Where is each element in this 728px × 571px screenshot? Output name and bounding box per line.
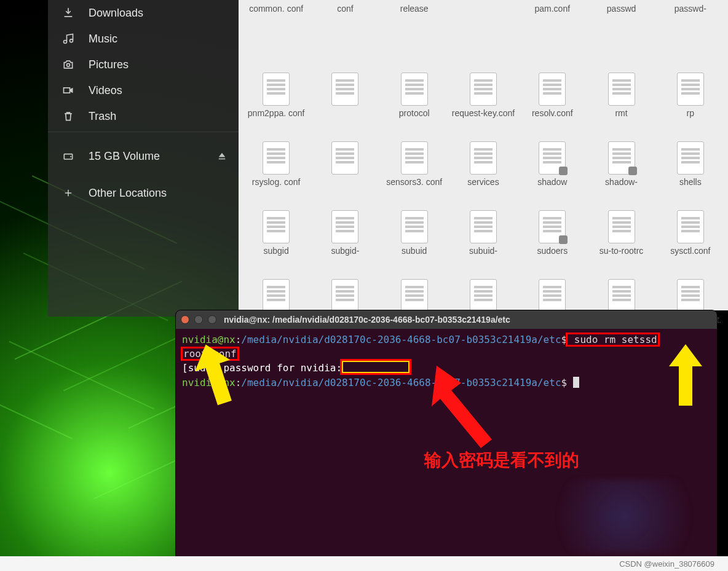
sidebar-item-downloads[interactable]: Downloads [48,0,239,26]
sidebar-item-label: Downloads [89,7,143,20]
window-maximize-button[interactable] [208,315,216,324]
svg-point-0 [67,63,70,66]
file-item[interactable]: subgid [242,207,310,273]
sidebar-item-trash[interactable]: Trash [48,103,239,129]
file-item[interactable]: rp [657,69,724,135]
file-item[interactable]: shadow- [587,138,655,204]
file-label: sysctl.conf [670,246,710,256]
file-label: pam.conf [534,4,570,14]
file-icon [470,279,497,312]
watermark: CSDN @weixin_38076609 [619,559,714,569]
svg-rect-1 [64,88,70,93]
file-grid[interactable]: common. confconfreleasepam.confpasswdpas… [239,0,728,310]
file-icon [470,141,497,175]
file-label: conf [337,4,353,14]
page-bottom-bar: CSDN @weixin_38076609 [0,556,728,571]
file-label: passwd [607,4,636,14]
screen-reflection [535,479,713,553]
file-item[interactable]: rsyslog. conf [242,138,310,204]
file-item[interactable]: sensors3. conf [381,138,448,204]
download-icon [61,6,75,20]
file-label: subgid- [331,246,359,256]
file-icon [539,210,566,243]
video-icon [61,84,75,97]
file-item[interactable]: release [381,0,448,66]
file-item[interactable] [311,138,379,204]
file-icon [677,141,704,175]
file-label: subgid [264,246,289,256]
window-close-button[interactable] [181,315,189,324]
file-label: passwd- [675,4,706,14]
sudo-prompt: [sudo] password for nvidia: [182,362,342,374]
file-item[interactable]: request-key.conf [449,69,517,135]
file-icon [677,210,704,243]
file-item[interactable]: su-to-rootrc [587,207,655,273]
file-icon [608,279,635,312]
annotation-text: 输入密码是看不到的 [424,449,579,472]
file-item[interactable] [311,69,379,135]
sidebar-item-music[interactable]: Music [48,26,239,52]
file-icon [608,141,635,175]
file-icon [539,279,566,312]
file-label: shells [679,177,702,187]
sidebar-separator [48,132,239,132]
file-icon [263,141,290,175]
file-label: rmt [615,108,627,118]
file-item[interactable] [449,0,517,66]
file-label: services [467,177,499,187]
prompt-user: nvidia@nx [182,334,235,345]
eject-icon[interactable] [216,151,228,162]
window-minimize-button[interactable] [194,315,203,324]
terminal-body[interactable]: nvidia@nx:/media/nvidia/d028170c-2036-46… [176,329,717,393]
file-item[interactable]: resolv.conf [518,69,586,135]
file-item[interactable]: protocol [381,69,448,135]
file-item[interactable]: services [449,138,517,204]
sidebar-item-label: Other Locations [89,187,167,200]
file-label: shadow [537,177,567,187]
file-item[interactable]: pam.conf [518,0,586,66]
file-icon [608,210,635,243]
hl-command-cont: root.conf [182,348,238,360]
sidebar-item-videos[interactable]: Videos [48,77,239,103]
file-item[interactable]: subgid- [311,207,379,273]
file-icon [470,73,497,106]
file-item[interactable]: shells [657,138,724,204]
file-item[interactable]: sysctl.conf [657,207,724,273]
file-label: resolv.conf [532,108,573,118]
sidebar-item-label: Videos [89,84,122,97]
prompt-path: /media/nvidia/d028170c-2036-4668-bc07-b0… [241,334,561,345]
svg-point-3 [70,156,71,157]
sidebar-item-label: Pictures [89,58,129,71]
hl-password-empty [342,361,410,373]
sidebar-item-volume[interactable]: 15 GB Volume [48,143,239,169]
file-item[interactable]: passwd [587,0,655,66]
file-item[interactable]: rmt [587,69,655,135]
file-item[interactable]: shadow [518,138,586,204]
file-icon [331,210,358,243]
file-icon [539,141,566,175]
file-item[interactable]: conf [311,0,379,66]
terminal-titlebar[interactable]: nvidia@nx: /media/nvidia/d028170c-2036-4… [176,310,717,329]
sidebar-item-other-locations[interactable]: Other Locations [48,180,239,206]
file-item[interactable]: subuid [381,207,448,273]
file-item[interactable]: sudoers [518,207,586,273]
file-icon [263,210,290,243]
file-label: common. conf [249,4,303,14]
file-item[interactable]: subuid- [449,207,517,273]
file-label: protocol [399,108,430,118]
file-item[interactable]: passwd- [657,0,724,66]
file-item[interactable]: pnm2ppa. conf [242,69,310,135]
drive-icon [61,149,75,163]
terminal-cursor [573,377,579,388]
music-icon [61,32,75,45]
sidebar-item-pictures[interactable]: Pictures [48,52,239,77]
prompt-user: nvidia@nx [182,377,235,388]
file-label: rsyslog. conf [252,177,301,187]
file-icon [401,73,428,106]
file-icon [470,210,497,243]
file-label: rp [687,108,694,118]
file-label: shadow- [605,177,638,187]
file-icon [331,141,358,175]
file-item[interactable]: common. conf [242,0,310,66]
plus-icon [61,186,75,200]
